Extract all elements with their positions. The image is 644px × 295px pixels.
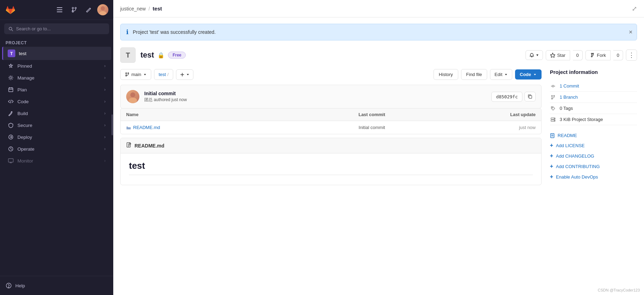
- sidebar-item-secure[interactable]: Secure ›: [2, 119, 111, 131]
- sidebar-item-help[interactable]: Help: [6, 280, 108, 292]
- notifications-btn[interactable]: [526, 50, 543, 60]
- repo-avatar: T: [120, 47, 136, 63]
- star-label: Star: [557, 53, 566, 58]
- add-changelog-link[interactable]: + Add CHANGELOG: [550, 151, 637, 161]
- table-row[interactable]: README.md Initial commit just now: [121, 121, 541, 134]
- path-repo-link[interactable]: test: [159, 72, 166, 77]
- scrollbar-thumb: [112, 114, 113, 135]
- build-icon: [8, 110, 14, 116]
- file-table: Name Last commit Last update README.md I…: [120, 108, 542, 134]
- sidebar-item-deploy[interactable]: Deploy ›: [2, 131, 111, 143]
- readme-file-icon: [126, 142, 132, 149]
- commit-sub: 团总 authored just now: [144, 97, 486, 103]
- svg-rect-12: [9, 88, 13, 92]
- sidebar-item-label-deploy: Deploy: [17, 135, 101, 140]
- sidebar-item-label-build: Build: [17, 111, 101, 116]
- commit-time: just now: [171, 97, 187, 102]
- file-table-header: Name Last commit Last update: [121, 108, 541, 121]
- sidebar-item-code[interactable]: Code ›: [2, 96, 111, 107]
- edit-btn[interactable]: Edit: [490, 69, 512, 80]
- svg-line-16: [10, 100, 11, 103]
- project-info-title: Project information: [550, 69, 637, 75]
- tags-count: 0 Tags: [560, 106, 573, 111]
- commit-box: Initial commit 团总 authored just now d850…: [120, 85, 542, 108]
- sidebar-item-monitor[interactable]: Monitor ›: [2, 155, 111, 167]
- gitlab-logo[interactable]: [5, 4, 16, 15]
- commit-hash[interactable]: d85029fc: [491, 92, 522, 102]
- sidebar-item-operate[interactable]: Operate ›: [2, 143, 111, 155]
- sidebar-item-label-secure: Secure: [17, 123, 101, 128]
- sidebar-item-test[interactable]: T test: [2, 47, 111, 60]
- readme-divider: [129, 175, 533, 175]
- readme-body: test: [121, 153, 541, 185]
- alert-close-btn[interactable]: ×: [629, 29, 632, 36]
- file-name-readme[interactable]: README.md: [126, 125, 290, 130]
- svg-point-27: [591, 53, 592, 54]
- free-badge: Free: [168, 52, 186, 59]
- history-btn[interactable]: History: [434, 69, 458, 80]
- star-count[interactable]: 0: [573, 50, 583, 60]
- lock-icon: 🔒: [158, 52, 164, 59]
- svg-point-37: [130, 92, 135, 97]
- add-file-btn[interactable]: [176, 69, 193, 80]
- fork-count[interactable]: 0: [613, 50, 623, 60]
- svg-marker-26: [550, 53, 555, 58]
- repo-header: T test 🔒 Free Star 0: [120, 47, 637, 63]
- add-contributing-label: Add CONTRIBUTING: [556, 164, 600, 169]
- fork-btn[interactable]: Fork: [585, 50, 611, 60]
- readme-link[interactable]: README: [550, 131, 637, 140]
- code-btn[interactable]: Code: [515, 69, 542, 80]
- file-commit-readme: Initial commit: [290, 125, 454, 130]
- commit-title[interactable]: Initial commit: [144, 91, 486, 96]
- svg-rect-60: [551, 134, 554, 138]
- sidebar-item-plan[interactable]: Plan ›: [2, 84, 111, 96]
- sidebar-item-pinned[interactable]: Pinned ›: [2, 60, 111, 72]
- file-update-readme: just now: [454, 125, 536, 130]
- add-contributing-link[interactable]: + Add CONTRIBUTING: [550, 161, 637, 172]
- expand-icon[interactable]: ⤢: [632, 5, 637, 13]
- svg-point-8: [99, 11, 106, 15]
- commits-count[interactable]: 1 Commit: [560, 83, 579, 89]
- sidebar-item-label-manage: Manage: [17, 75, 101, 81]
- sidebar-item-label-operate: Operate: [17, 146, 101, 152]
- sidebar-item-label-monitor: Monitor: [17, 158, 101, 164]
- svg-rect-2: [57, 12, 62, 12]
- star-btn[interactable]: Star: [546, 50, 570, 60]
- search-bar[interactable]: Search or go to...: [4, 23, 109, 34]
- info-commits: 1 Commit: [550, 81, 637, 92]
- info-tags: 0 Tags: [550, 103, 637, 114]
- scrollbar-track[interactable]: [111, 114, 113, 276]
- more-options-btn[interactable]: ⋮: [626, 50, 637, 61]
- project-info-sidebar: Project information 1 Commit 1 Branch: [550, 69, 637, 185]
- sidebar-item-label-pinned: Pinned: [17, 63, 101, 69]
- svg-point-4: [75, 7, 76, 9]
- add-license-link[interactable]: + Add LICENSE: [550, 140, 637, 151]
- copy-hash-btn[interactable]: [524, 92, 536, 101]
- tags-icon: [550, 106, 556, 111]
- readme-header: README.md: [121, 138, 541, 153]
- branch-selector-btn[interactable]: main: [120, 69, 151, 80]
- commit-author-avatar: [126, 90, 139, 103]
- merge-request-icon-btn[interactable]: [68, 3, 80, 16]
- svg-point-53: [554, 95, 555, 96]
- commit-author: 团总: [144, 97, 153, 102]
- user-avatar[interactable]: [97, 4, 108, 15]
- enable-autodevops-link[interactable]: + Enable Auto DevOps: [550, 172, 637, 182]
- branches-count[interactable]: 1 Branch: [560, 94, 578, 100]
- col-header-name: Name: [126, 112, 290, 117]
- sidebar-item-build[interactable]: Build ›: [2, 107, 111, 119]
- svg-point-33: [128, 73, 129, 74]
- svg-point-7: [101, 6, 105, 10]
- find-file-btn[interactable]: Find file: [461, 69, 488, 80]
- svg-rect-0: [57, 7, 62, 8]
- sidebar-toggle-btn[interactable]: [53, 3, 66, 16]
- topbar: justice_new / test ⤢: [113, 0, 644, 17]
- readme-link-label: README: [558, 133, 577, 138]
- watermark: CSDN @TracyCoder123: [598, 288, 640, 292]
- edit-icon-btn[interactable]: [83, 3, 95, 16]
- svg-point-31: [126, 73, 127, 74]
- svg-rect-21: [8, 159, 13, 162]
- breadcrumb-user[interactable]: justice_new: [120, 6, 146, 12]
- sidebar-item-manage[interactable]: Manage ›: [2, 72, 111, 84]
- col-header-commit: Last commit: [290, 112, 454, 117]
